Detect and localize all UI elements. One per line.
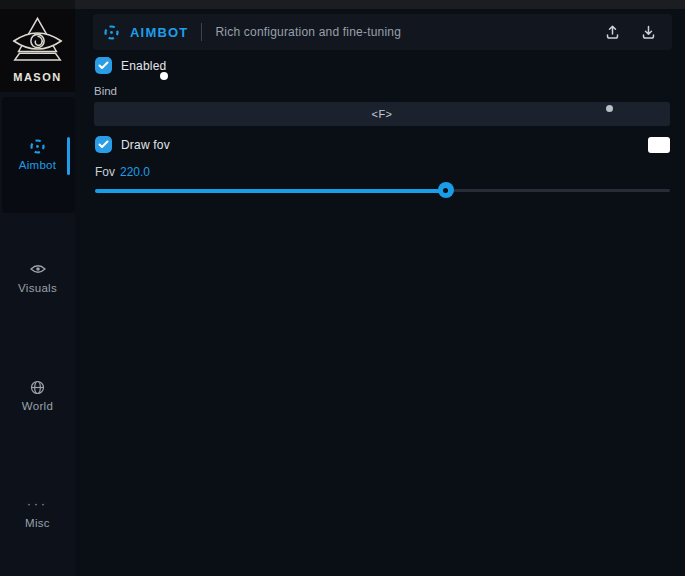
crosshair-icon	[103, 24, 120, 41]
cursor-dot	[160, 72, 168, 80]
sidebar-item-misc[interactable]: ··· Misc	[0, 496, 75, 529]
logo-area: MASON	[0, 0, 75, 92]
upload-icon	[605, 24, 620, 40]
bind-key-value: <F>	[371, 108, 392, 120]
draw-fov-checkbox-row[interactable]: Draw fov	[95, 136, 170, 153]
checkmark-icon	[98, 61, 109, 70]
sidebar-item-world[interactable]: World	[0, 379, 75, 412]
draw-fov-checkbox[interactable]	[95, 136, 112, 153]
fov-slider[interactable]	[95, 183, 670, 197]
page-header: AIMBOT Rich configuration and fine-tunin…	[93, 14, 672, 50]
fov-value: 220.0	[120, 165, 150, 179]
bind-key-input[interactable]: <F>	[94, 102, 670, 126]
page-subtitle: Rich configuration and fine-tuning	[215, 25, 401, 39]
cursor-dot	[606, 105, 613, 112]
slider-fill	[95, 189, 446, 193]
draw-fov-label: Draw fov	[121, 138, 170, 152]
bind-label: Bind	[94, 85, 117, 97]
page-title: AIMBOT	[130, 25, 188, 40]
sidebar-item-aimbot[interactable]: Aimbot	[0, 138, 75, 171]
crosshair-icon	[0, 138, 75, 154]
import-config-button[interactable]	[634, 19, 662, 45]
enabled-label: Enabled	[121, 59, 166, 73]
globe-icon	[0, 379, 75, 395]
export-config-button[interactable]	[598, 19, 626, 45]
sidebar-item-label: Aimbot	[0, 159, 75, 171]
sidebar-item-label: World	[0, 400, 75, 412]
sidebar-item-visuals[interactable]: Visuals	[0, 261, 75, 294]
window-top-edge-left	[0, 0, 75, 9]
download-icon	[641, 24, 656, 40]
fov-label: Fov	[95, 165, 115, 179]
fov-color-swatch[interactable]	[648, 137, 670, 153]
enabled-checkbox-row[interactable]: Enabled	[95, 57, 166, 74]
slider-handle-hole	[443, 188, 448, 193]
eye-icon	[0, 261, 75, 277]
ellipsis-icon: ···	[0, 496, 75, 512]
checkmark-icon	[98, 140, 109, 149]
fov-label-row: Fov220.0	[95, 165, 150, 179]
sidebar-item-label: Misc	[0, 517, 75, 529]
sidebar-item-label: Visuals	[0, 282, 75, 294]
window-top-edge	[0, 0, 685, 9]
slider-handle[interactable]	[438, 182, 454, 198]
enabled-checkbox[interactable]	[95, 57, 112, 74]
brand-name: MASON	[0, 71, 75, 83]
header-divider	[201, 23, 202, 41]
mason-pyramid-eye-icon	[11, 16, 64, 66]
sidebar: MASON Aimbot Visuals Worl	[0, 0, 75, 576]
